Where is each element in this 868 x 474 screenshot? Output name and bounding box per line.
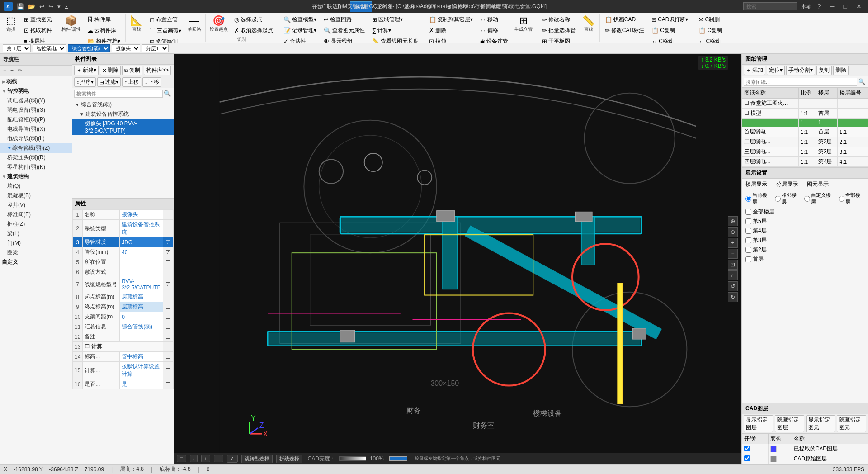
system-select[interactable]: 综合管线(弱) — [68, 44, 110, 52]
btn-calc[interactable]: ∑计算▾ — [369, 25, 422, 36]
nav-item-zhuzhi[interactable]: 框柱(Z) — [0, 219, 72, 229]
btn-check-model[interactable]: 🔍检查模型▾ — [280, 14, 320, 25]
nav-item-diaodianqi[interactable]: 调电器具(弱)(Y) — [0, 96, 72, 105]
all-floors-checkbox[interactable]: 全部楼层 — [742, 207, 868, 217]
close-btn[interactable]: ✕ — [854, 2, 864, 11]
floor5-checkbox[interactable]: 第5层 — [742, 217, 868, 226]
vp-ctrl-orbit[interactable]: ⊙ — [728, 227, 738, 237]
nav-plus[interactable]: + — [9, 66, 15, 75]
btn-show-specified-layer[interactable]: 显示指定图层 — [744, 415, 773, 432]
option-all-floors[interactable]: 全部楼层 — [839, 192, 864, 205]
floor2-checkbox[interactable]: 第2层 — [742, 245, 868, 255]
btn-manual-split[interactable]: 手动分割▾ — [786, 66, 815, 75]
vp-ctrl-pan[interactable]: ⊕ — [728, 216, 738, 226]
type-select[interactable]: 智控弱电 — [33, 44, 66, 52]
btn-show-lines[interactable]: 👁显示线组 — [321, 36, 368, 43]
tree-item-zongheguanxian[interactable]: ▼ 综合管线(弱) — [72, 100, 174, 109]
btn-flat-plan[interactable]: ⊞干平板图 — [539, 36, 579, 43]
btn-cloud-lib[interactable]: ☁云构件库 — [84, 25, 123, 36]
btn-move[interactable]: ↔移动 — [477, 14, 511, 25]
nav-item-hunningban[interactable]: 混凝板(B) — [0, 191, 72, 200]
btn-view-elem-attr[interactable]: 🔍查看图元属性 — [321, 25, 368, 36]
floor-select[interactable]: 第-1层 — [3, 44, 31, 52]
cad-layer-row-2[interactable]: CAD原始图层 — [742, 454, 868, 464]
drawing-search[interactable] — [744, 78, 857, 86]
tree-item-building-system[interactable]: ▼ 建筑设备智控系统 — [72, 109, 174, 119]
btn-comp-lib[interactable]: 🗄构件库 — [84, 14, 123, 25]
nav-item-wuliang[interactable]: 圈梁 — [0, 248, 72, 257]
vp-ctrl-fit[interactable]: ⊡ — [728, 260, 738, 270]
btn-line[interactable]: 📐 直线 — [127, 14, 146, 33]
maximize-btn[interactable]: □ — [841, 2, 850, 11]
btn-c-delete[interactable]: ✕C制删 — [695, 14, 725, 25]
btn-equip-connect[interactable]: ◉设备连管 — [477, 36, 511, 43]
nav-item-men[interactable]: 门(M) — [0, 238, 72, 248]
nav-item-dianjidaoguan[interactable]: 电线导管(弱)(X) — [0, 124, 72, 134]
btn-modify-cad-note[interactable]: ✏修改CAD标注 — [602, 25, 647, 36]
vp-btn-polyline-select[interactable]: 折线选择 — [276, 455, 302, 463]
floor1-checkbox[interactable]: 首层 — [742, 255, 868, 264]
btn-cad-break[interactable]: ⊞CAD识打断▾ — [648, 14, 691, 25]
drawing-row-6[interactable]: 三层弱电... 1:1 第3层 3.1 — [742, 147, 868, 157]
nav-item-shujing[interactable]: 竖井(V) — [0, 200, 72, 210]
bim-viewport[interactable]: 财务 财务室 楼梯设备 300×150 X Y Z ⊕ ⊙ + — [174, 54, 741, 464]
nav-minus[interactable]: − — [2, 66, 8, 75]
vp-ctrl-zoom-out[interactable]: − — [728, 249, 738, 259]
btn-check-circuit[interactable]: ↩检查回路 — [321, 14, 368, 25]
nav-item-lingxing[interactable]: 零星构件(弱)(K) — [0, 162, 72, 172]
btn-delete[interactable]: ✗删除 — [426, 25, 476, 36]
qa-sigma[interactable]: Σ — [63, 3, 70, 10]
btn-gen-stand[interactable]: ⊞ 生成立管 — [512, 14, 535, 33]
btn-comp-archive[interactable]: 📂构件存档▾ — [84, 36, 123, 43]
btn-batch-select[interactable]: ✏批量选择管 — [539, 25, 579, 36]
drawing-row-3[interactable]: — 1 1 — [742, 118, 868, 127]
btn-area-mgr[interactable]: ⊞区域管理▾ — [369, 14, 422, 25]
qa-undo[interactable]: ↩ — [38, 3, 46, 10]
btn-hide-specified-layer[interactable]: 隐藏指定图层 — [775, 415, 804, 432]
btn-filter[interactable]: ⊟过滤▾ — [97, 77, 121, 87]
floor4-checkbox[interactable]: 第4层 — [742, 226, 868, 236]
vp-btn-more[interactable]: · — [190, 455, 198, 462]
btn-locate-drawing[interactable]: 定位▾ — [767, 66, 785, 75]
vp-ctrl-home[interactable]: ⌂ — [728, 270, 738, 280]
btn-straight-line[interactable]: 📏 直线 — [580, 14, 598, 33]
vp-btn-angle[interactable]: ∠ — [227, 455, 238, 463]
btn-view-line-len[interactable]: 📏查看线图元长度 — [369, 36, 422, 43]
layer-select[interactable]: 分层1 — [142, 44, 169, 52]
drawing-row-1[interactable]: ☐ 食堂施工图火... — [742, 99, 868, 109]
option-custom-floor[interactable]: 自定义楼层 — [804, 192, 835, 205]
btn-rename[interactable]: ✏修改名称 — [539, 14, 579, 25]
btn-move-down[interactable]: ↓下移 — [142, 77, 161, 87]
vp-btn-minus[interactable]: − — [214, 455, 223, 462]
btn-del-drawing[interactable]: 删除 — [833, 66, 849, 75]
btn-copy-layer[interactable]: 📋复制到其它层▾ — [426, 14, 476, 25]
drawing-row-7[interactable]: 四层弱电... 1:1 第4层 4.1 — [742, 157, 868, 167]
btn-move-up[interactable]: ↑上移 — [122, 77, 141, 87]
vp-ctrl-rotate-left[interactable]: ↺ — [728, 281, 738, 291]
nav-item-dianjidaoxian[interactable]: 电线导线(弱)(L) — [0, 134, 72, 143]
btn-copy-comp[interactable]: ⧉复制 — [122, 66, 142, 75]
cad-layer-row-1[interactable]: 已提取的CAD图层 — [742, 444, 868, 454]
vp-btn-rect-select[interactable]: □ — [177, 455, 186, 462]
vp-btn-polygon-select[interactable]: 跳转型选择 — [241, 455, 273, 463]
nav-item-liang[interactable]: 梁(L) — [0, 229, 72, 238]
tree-item-camera[interactable]: 摄像头 [JDG 40 RVV-3*2.5/CATPUTP] — [72, 119, 174, 135]
btn-get-attr[interactable]: ≡提属性 — [21, 36, 55, 43]
btn-select-start[interactable]: ◎选择起点 — [231, 14, 276, 25]
vp-ctrl-zoom-in[interactable]: + — [728, 238, 738, 248]
nav-item-qiaojia[interactable]: 桥架连头(弱)(R) — [0, 153, 72, 162]
btn-set-start[interactable]: 🎯 设置起点 — [208, 14, 230, 33]
btn-legality[interactable]: ✓合法性 — [280, 36, 320, 43]
btn-del-comp[interactable]: ✕删除 — [100, 66, 121, 75]
btn-new-comp[interactable]: ＋新建▾ — [74, 66, 99, 75]
btn-single-circuit[interactable]: — 单回路 — [185, 14, 203, 33]
vp-color-indicator[interactable] — [389, 456, 407, 461]
btn-find-element[interactable]: ⊞查找图元 — [21, 14, 55, 25]
nav-item-qiang[interactable]: 墙(Q) — [0, 181, 72, 191]
drawing-row-2[interactable]: ☐ 模型 1:1 首层 — [742, 109, 868, 118]
view-select[interactable]: 摄像头 — [112, 44, 140, 52]
qa-save[interactable]: 💾 — [15, 3, 25, 10]
nav-edit[interactable]: ✏ — [16, 66, 24, 75]
minimize-btn[interactable]: ─ — [827, 2, 837, 11]
btn-select[interactable]: ⬚ 选择 — [2, 14, 20, 33]
